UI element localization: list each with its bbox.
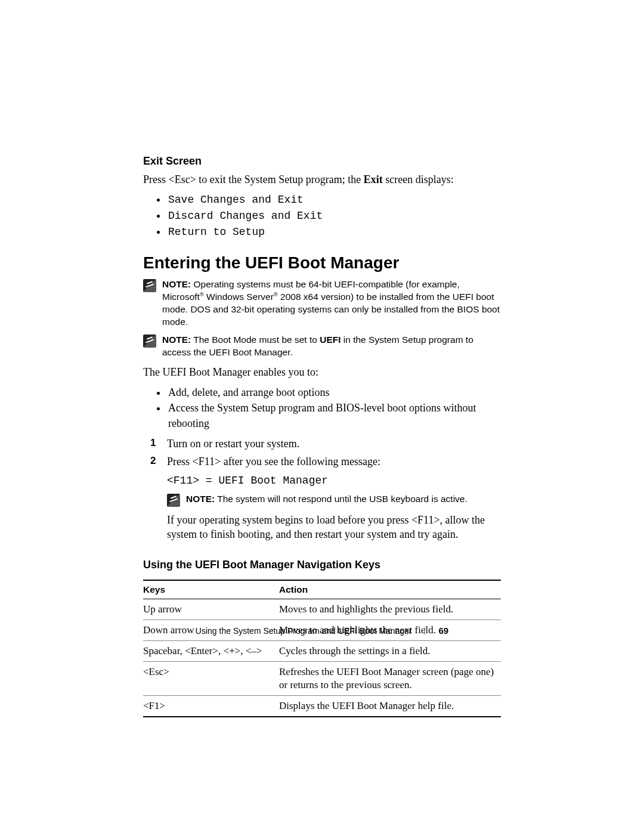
note-text: NOTE: The Boot Mode must be set to UEFI … [162,334,501,359]
step-text: Turn on or restart your system. [167,438,299,450]
note-icon [143,335,156,348]
cell-action: Cycles through the settings in a field. [279,640,501,661]
note-block: NOTE: The system will not respond until … [167,493,501,507]
cell-key: Spacebar, <Enter>, <+>, <–> [143,640,279,661]
nav-keys-heading: Using the UEFI Boot Manager Navigation K… [143,559,501,571]
exit-option: Discard Changes and Exit [168,210,323,222]
col-keys: Keys [143,580,279,599]
step-after-text: If your operating system begins to load … [167,513,501,542]
note-frag: The Boot Mode must be set to [191,335,320,345]
exit-intro-after: screen displays: [383,174,454,185]
note-block: NOTE: Operating systems must be 64-bit U… [143,278,501,329]
note-label: NOTE: [186,494,215,504]
steps-list: Turn on or restart your system. Press <F… [143,436,501,542]
note-icon [143,279,156,292]
registered-symbol: ® [200,292,204,298]
table-header-row: Keys Action [143,580,501,599]
exit-intro-before: Press <Esc> to exit the System Setup pro… [143,174,364,185]
table-row: Spacebar, <Enter>, <+>, <–> Cycles throu… [143,640,501,661]
cell-action: Displays the UEFI Boot Manager help file… [279,696,501,717]
exit-option: Return to Setup [168,226,265,238]
footer-separator [425,627,425,634]
cell-key: <Esc> [143,662,279,696]
cell-action: Moves to and highlights the previous fie… [279,599,501,620]
page-footer: Using the System Setup Program and UEFI … [0,625,644,636]
footer-text: Using the System Setup Program and UEFI … [196,626,412,636]
note-label: NOTE: [162,335,191,345]
registered-symbol: ® [274,292,278,298]
note-frag: The system will not respond until the US… [215,494,467,504]
exit-options-list: Save Changes and Exit Discard Changes an… [143,191,501,240]
table-row: <Esc> Refreshes the UEFI Boot Manager sc… [143,662,501,696]
enables-list: Add, delete, and arrange boot options Ac… [143,385,501,431]
enables-intro: The UEFI Boot Manager enables you to: [143,365,501,379]
cell-action: Refreshes the UEFI Boot Manager screen (… [279,662,501,696]
note-icon [167,494,180,507]
exit-screen-heading: Exit Screen [143,155,501,168]
note-text: NOTE: The system will not respond until … [186,493,467,506]
list-item: Access the System Setup program and BIOS… [167,400,501,431]
exit-option: Save Changes and Exit [168,194,304,206]
note-label: NOTE: [162,279,191,289]
exit-intro: Press <Esc> to exit the System Setup pro… [143,172,501,187]
note-frag: Windows Server [204,292,274,302]
list-item: Add, delete, and arrange boot options [167,385,501,400]
nav-keys-table: Keys Action Up arrow Moves to and highli… [143,580,501,718]
step-code: <F11> = UEFI Boot Manager [167,473,501,488]
exit-intro-bold: Exit [364,174,383,185]
step-item: Turn on or restart your system. [167,436,501,451]
note-block: NOTE: The Boot Mode must be set to UEFI … [143,334,501,359]
list-item: Return to Setup [167,224,501,240]
step-text: Press <F11> after you see the following … [167,456,380,467]
page-number: 69 [438,625,448,636]
note-bold: UEFI [320,335,340,345]
cell-key: Up arrow [143,599,279,620]
section-title: Entering the UEFI Boot Manager [143,253,501,272]
list-item: Discard Changes and Exit [167,208,501,224]
note-text: NOTE: Operating systems must be 64-bit U… [162,278,501,329]
list-item: Save Changes and Exit [167,191,501,208]
table-row: Up arrow Moves to and highlights the pre… [143,599,501,620]
col-action: Action [279,580,501,599]
step-item: Press <F11> after you see the following … [167,454,501,542]
table-row: <F1> Displays the UEFI Boot Manager help… [143,696,501,717]
cell-key: <F1> [143,696,279,717]
